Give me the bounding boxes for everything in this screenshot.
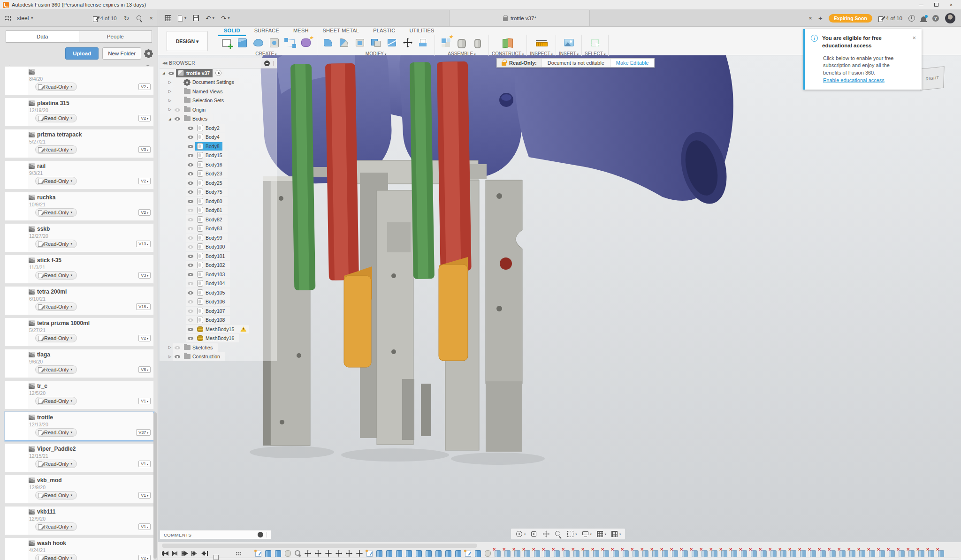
- version-dropdown[interactable]: V1: [138, 398, 151, 404]
- browser-tree-row[interactable]: Body2: [160, 123, 277, 133]
- timeline-feature-icon[interactable]: [623, 550, 629, 557]
- timeline-feature-icon[interactable]: [790, 550, 796, 557]
- timeline-feature-icon[interactable]: [899, 550, 905, 557]
- revolve-tool[interactable]: [250, 35, 266, 50]
- model-canvas[interactable]: [158, 55, 961, 542]
- timeline-feature-icon[interactable]: [455, 550, 461, 557]
- timeline-feature-icon[interactable]: [435, 550, 442, 557]
- visibility-eye-icon[interactable]: [187, 317, 194, 323]
- data-item-card[interactable]: stick f-35 11/3/21 Read-Only ▾ V3: [5, 255, 154, 284]
- data-item-card[interactable]: vkb_mod 12/9/20 Read-Only ▾ V1: [5, 475, 154, 504]
- timeline-feature-icon[interactable]: [820, 550, 826, 557]
- visibility-eye-icon[interactable]: [187, 161, 194, 168]
- expander-icon[interactable]: [161, 71, 167, 75]
- timeline-feature-icon[interactable]: [633, 550, 639, 557]
- browser-tree-row[interactable]: MeshBody15: [160, 325, 277, 334]
- workspace-switcher[interactable]: DESIGN ▾: [167, 31, 208, 51]
- browser-tree-row[interactable]: Construction: [160, 352, 277, 362]
- timeline-feature-icon[interactable]: [396, 550, 402, 557]
- timeline-feature-icon[interactable]: [265, 550, 271, 557]
- gear-icon[interactable]: [145, 50, 152, 57]
- data-item-card[interactable]: 8/4/20 Read-Only ▾ V2: [5, 66, 154, 95]
- timeline-go-to-end-button[interactable]: [201, 550, 209, 557]
- project-dropdown[interactable]: steel ▾: [17, 15, 33, 22]
- timeline-feature-icon[interactable]: [554, 550, 560, 557]
- orbit-icon[interactable]: ▾: [515, 530, 526, 538]
- browser-tree-row[interactable]: Bodies: [160, 114, 277, 124]
- timeline-feature-icon[interactable]: [741, 550, 747, 557]
- tab-data[interactable]: Data: [6, 30, 79, 43]
- tab-people[interactable]: People: [79, 30, 153, 43]
- visibility-eye-icon[interactable]: [168, 70, 175, 76]
- close-panel-icon[interactable]: ×: [149, 15, 153, 21]
- data-item-card[interactable]: tr_c 12/5/20 Read-Only ▾ V1: [5, 380, 154, 409]
- timeline-feature-icon[interactable]: [751, 550, 757, 557]
- visibility-eye-icon[interactable]: [187, 143, 194, 150]
- visibility-eye-icon[interactable]: [187, 271, 194, 278]
- timeline-feature-icon[interactable]: [295, 550, 301, 557]
- ribbon-group-label[interactable]: CREATE: [255, 51, 276, 56]
- timeline-feature-icon[interactable]: [908, 550, 915, 557]
- remove-icon[interactable]: [264, 61, 270, 66]
- shell-tool[interactable]: [352, 35, 368, 50]
- data-item-card[interactable]: trottle 12/13/20 Read-Only ▾ V37: [5, 412, 154, 441]
- version-dropdown[interactable]: V18: [136, 303, 151, 310]
- version-dropdown[interactable]: V13: [136, 241, 151, 247]
- version-dropdown[interactable]: V37: [136, 429, 151, 436]
- read-only-dropdown[interactable]: Read-Only ▾: [35, 177, 77, 185]
- browser-tree-row[interactable]: Body104: [160, 279, 277, 288]
- expander-icon[interactable]: [167, 80, 173, 84]
- version-dropdown[interactable]: V3: [138, 272, 151, 279]
- pattern-tool[interactable]: [282, 35, 298, 50]
- timeline-feature-icon[interactable]: [692, 550, 698, 557]
- document-tab[interactable]: trottle v37*: [449, 10, 590, 26]
- browser-tree-row[interactable]: Body75: [160, 188, 277, 197]
- timeline-feature-icon[interactable]: [485, 550, 491, 557]
- look-at-icon[interactable]: ▾: [530, 530, 538, 538]
- browser-tree-row[interactable]: Body105: [160, 288, 277, 297]
- job-history-icon[interactable]: [908, 15, 915, 22]
- data-item-card[interactable]: tetra prizma 1000ml 5/27/21 Read-Only ▾ …: [5, 318, 154, 347]
- timeline-feature-icon[interactable]: [682, 550, 688, 557]
- read-only-dropdown[interactable]: Read-Only ▾: [35, 271, 77, 280]
- combine-tool[interactable]: [368, 35, 384, 50]
- data-panel-icon[interactable]: [5, 15, 11, 21]
- visibility-eye-icon[interactable]: [187, 326, 194, 333]
- timeline-feature-icon[interactable]: [426, 550, 432, 557]
- timeline-feature-icon[interactable]: [573, 550, 580, 557]
- timeline-feature-icon[interactable]: [315, 550, 321, 557]
- timeline-feature-icon[interactable]: [285, 550, 291, 557]
- version-dropdown[interactable]: V8: [138, 366, 151, 373]
- data-item-card[interactable]: rail 9/3/21 Read-Only ▾ V2: [5, 160, 154, 189]
- timeline-feature-icon[interactable]: [761, 550, 767, 557]
- visibility-eye-icon[interactable]: [187, 225, 194, 232]
- data-item-card[interactable]: plastina 315 12/19/20 Read-Only ▾ V2: [5, 98, 154, 127]
- help-icon[interactable]: ?: [932, 15, 939, 22]
- read-only-dropdown[interactable]: Read-Only ▾: [35, 240, 77, 248]
- visibility-eye-icon[interactable]: [187, 298, 194, 305]
- joint-tool[interactable]: [454, 35, 470, 50]
- version-dropdown[interactable]: V2: [138, 555, 151, 560]
- timeline-feature-icon[interactable]: [325, 550, 332, 557]
- press-pull-tool[interactable]: [320, 35, 336, 50]
- create-sketch-tool[interactable]: [218, 35, 234, 50]
- timeline-feature-icon[interactable]: [346, 550, 352, 557]
- read-only-dropdown[interactable]: Read-Only ▾: [35, 397, 77, 405]
- browser-tree-row[interactable]: Body16: [160, 160, 277, 169]
- notifications-bell-icon[interactable]: [921, 16, 926, 21]
- browser-tree-row[interactable]: Body81: [160, 206, 277, 215]
- view-cube-face[interactable]: RIGHT: [920, 66, 944, 91]
- 3d-viewport[interactable]: RIGHT ◀◀ BROWSER | t: [158, 55, 961, 542]
- visibility-eye-icon[interactable]: [187, 198, 194, 204]
- timeline-feature-icon[interactable]: [711, 550, 717, 557]
- timeline-feature-icon[interactable]: [544, 550, 550, 557]
- timeline-position-handle[interactable]: [214, 555, 219, 560]
- browser-tree-row[interactable]: Body102: [160, 261, 277, 270]
- upload-button[interactable]: Upload: [65, 47, 99, 60]
- fit-icon[interactable]: ▾: [566, 530, 577, 538]
- ribbon-group-label[interactable]: INSPECT: [530, 51, 553, 56]
- timeline-feature-icon[interactable]: [504, 550, 511, 557]
- refresh-icon[interactable]: ↻: [124, 15, 130, 22]
- visibility-eye-icon[interactable]: [187, 235, 194, 241]
- data-item-card[interactable]: ruchka 10/9/21 Read-Only ▾ V2: [5, 192, 154, 221]
